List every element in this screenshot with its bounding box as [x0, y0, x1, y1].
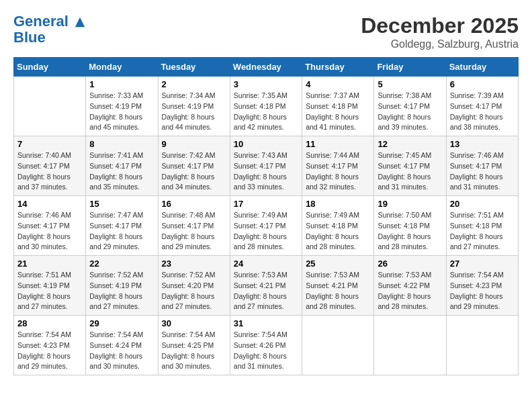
calendar-cell: 10Sunrise: 7:43 AM Sunset: 4:17 PM Dayli… [230, 136, 302, 196]
calendar-cell [446, 316, 518, 375]
day-number: 25 [306, 259, 370, 269]
day-number: 1 [89, 79, 154, 89]
calendar-cell: 19Sunrise: 7:50 AM Sunset: 4:18 PM Dayli… [374, 196, 446, 256]
day-info: Sunrise: 7:46 AM Sunset: 4:17 PM Dayligh… [17, 210, 82, 253]
day-info: Sunrise: 7:49 AM Sunset: 4:18 PM Dayligh… [306, 210, 370, 253]
calendar-cell: 2Sunrise: 7:34 AM Sunset: 4:19 PM Daylig… [158, 77, 230, 136]
calendar-cell: 28Sunrise: 7:54 AM Sunset: 4:23 PM Dayli… [14, 316, 86, 375]
calendar-cell: 14Sunrise: 7:46 AM Sunset: 4:17 PM Dayli… [14, 196, 86, 256]
day-number: 24 [234, 259, 298, 269]
calendar-cell: 20Sunrise: 7:51 AM Sunset: 4:18 PM Dayli… [446, 196, 518, 256]
calendar-cell: 5Sunrise: 7:38 AM Sunset: 4:17 PM Daylig… [374, 77, 446, 136]
day-info: Sunrise: 7:52 AM Sunset: 4:20 PM Dayligh… [162, 270, 226, 312]
day-info: Sunrise: 7:47 AM Sunset: 4:17 PM Dayligh… [89, 210, 154, 253]
calendar-week-row: 7Sunrise: 7:40 AM Sunset: 4:17 PM Daylig… [14, 136, 519, 196]
calendar-cell [14, 77, 86, 136]
day-info: Sunrise: 7:53 AM Sunset: 4:22 PM Dayligh… [378, 270, 442, 312]
day-info: Sunrise: 7:34 AM Sunset: 4:19 PM Dayligh… [162, 91, 226, 133]
day-number: 17 [234, 199, 298, 209]
calendar-cell: 16Sunrise: 7:48 AM Sunset: 4:17 PM Dayli… [158, 196, 230, 256]
day-number: 14 [17, 199, 82, 209]
day-info: Sunrise: 7:53 AM Sunset: 4:21 PM Dayligh… [234, 270, 298, 312]
day-info: Sunrise: 7:54 AM Sunset: 4:24 PM Dayligh… [89, 330, 154, 372]
day-number: 29 [89, 318, 154, 328]
calendar-week-row: 28Sunrise: 7:54 AM Sunset: 4:23 PM Dayli… [14, 316, 519, 375]
day-info: Sunrise: 7:43 AM Sunset: 4:17 PM Dayligh… [234, 150, 298, 193]
calendar-cell: 12Sunrise: 7:45 AM Sunset: 4:17 PM Dayli… [374, 136, 446, 196]
calendar-cell: 9Sunrise: 7:42 AM Sunset: 4:17 PM Daylig… [158, 136, 230, 196]
location-title: Goldegg, Salzburg, Austria [361, 38, 519, 50]
calendar-cell: 13Sunrise: 7:46 AM Sunset: 4:17 PM Dayli… [446, 136, 518, 196]
day-number: 3 [234, 79, 298, 89]
calendar-week-row: 21Sunrise: 7:51 AM Sunset: 4:19 PM Dayli… [14, 256, 519, 316]
calendar-cell: 23Sunrise: 7:52 AM Sunset: 4:20 PM Dayli… [158, 256, 230, 316]
calendar-cell: 21Sunrise: 7:51 AM Sunset: 4:19 PM Dayli… [14, 256, 86, 316]
day-number: 15 [89, 199, 154, 209]
day-info: Sunrise: 7:53 AM Sunset: 4:21 PM Dayligh… [306, 270, 370, 312]
weekday-header: Thursday [302, 58, 374, 77]
day-number: 30 [162, 318, 226, 328]
day-info: Sunrise: 7:52 AM Sunset: 4:19 PM Dayligh… [89, 270, 154, 312]
day-number: 23 [162, 259, 226, 269]
title-block: December 2025 Goldegg, Salzburg, Austria [361, 13, 519, 50]
day-number: 9 [162, 139, 226, 149]
month-title: December 2025 [361, 13, 519, 38]
day-info: Sunrise: 7:46 AM Sunset: 4:17 PM Dayligh… [450, 150, 515, 193]
day-info: Sunrise: 7:51 AM Sunset: 4:18 PM Dayligh… [450, 210, 515, 253]
day-number: 18 [306, 199, 370, 209]
day-number: 13 [450, 139, 515, 149]
weekday-header: Monday [86, 58, 158, 77]
day-info: Sunrise: 7:42 AM Sunset: 4:17 PM Dayligh… [162, 150, 226, 193]
calendar-cell: 27Sunrise: 7:54 AM Sunset: 4:23 PM Dayli… [446, 256, 518, 316]
day-number: 21 [17, 259, 82, 269]
day-info: Sunrise: 7:38 AM Sunset: 4:17 PM Dayligh… [378, 91, 442, 133]
calendar-cell: 1Sunrise: 7:33 AM Sunset: 4:19 PM Daylig… [86, 77, 158, 136]
logo-text: General [13, 13, 86, 30]
weekday-header: Sunday [14, 58, 86, 77]
day-number: 22 [89, 259, 154, 269]
calendar-week-row: 1Sunrise: 7:33 AM Sunset: 4:19 PM Daylig… [14, 77, 519, 136]
day-info: Sunrise: 7:54 AM Sunset: 4:23 PM Dayligh… [17, 330, 82, 372]
calendar-cell: 6Sunrise: 7:39 AM Sunset: 4:17 PM Daylig… [446, 77, 518, 136]
calendar-cell: 31Sunrise: 7:54 AM Sunset: 4:26 PM Dayli… [230, 316, 302, 375]
calendar-cell: 22Sunrise: 7:52 AM Sunset: 4:19 PM Dayli… [86, 256, 158, 316]
calendar-cell: 4Sunrise: 7:37 AM Sunset: 4:18 PM Daylig… [302, 77, 374, 136]
calendar-cell: 8Sunrise: 7:41 AM Sunset: 4:17 PM Daylig… [86, 136, 158, 196]
day-number: 7 [17, 139, 82, 149]
calendar-cell: 11Sunrise: 7:44 AM Sunset: 4:17 PM Dayli… [302, 136, 374, 196]
logo: General Blue [13, 13, 86, 46]
day-number: 28 [17, 318, 82, 328]
day-info: Sunrise: 7:54 AM Sunset: 4:26 PM Dayligh… [234, 330, 298, 372]
day-number: 11 [306, 139, 370, 149]
day-number: 8 [89, 139, 154, 149]
day-info: Sunrise: 7:40 AM Sunset: 4:17 PM Dayligh… [17, 150, 82, 193]
day-number: 4 [306, 79, 370, 89]
day-info: Sunrise: 7:35 AM Sunset: 4:18 PM Dayligh… [234, 91, 298, 133]
day-number: 27 [450, 259, 515, 269]
day-info: Sunrise: 7:41 AM Sunset: 4:17 PM Dayligh… [89, 150, 154, 193]
calendar-cell [374, 316, 446, 375]
calendar-cell: 18Sunrise: 7:49 AM Sunset: 4:18 PM Dayli… [302, 196, 374, 256]
day-number: 31 [234, 318, 298, 328]
day-number: 10 [234, 139, 298, 149]
weekday-header: Friday [374, 58, 446, 77]
day-info: Sunrise: 7:45 AM Sunset: 4:17 PM Dayligh… [378, 150, 442, 193]
day-number: 6 [450, 79, 515, 89]
calendar-cell: 7Sunrise: 7:40 AM Sunset: 4:17 PM Daylig… [14, 136, 86, 196]
calendar-cell: 26Sunrise: 7:53 AM Sunset: 4:22 PM Dayli… [374, 256, 446, 316]
calendar-header: SundayMondayTuesdayWednesdayThursdayFrid… [14, 58, 519, 77]
calendar-table: SundayMondayTuesdayWednesdayThursdayFrid… [13, 57, 519, 375]
calendar-cell: 15Sunrise: 7:47 AM Sunset: 4:17 PM Dayli… [86, 196, 158, 256]
day-number: 20 [450, 199, 515, 209]
day-info: Sunrise: 7:54 AM Sunset: 4:23 PM Dayligh… [450, 270, 515, 312]
calendar-cell [302, 316, 374, 375]
calendar-cell: 25Sunrise: 7:53 AM Sunset: 4:21 PM Dayli… [302, 256, 374, 316]
day-info: Sunrise: 7:48 AM Sunset: 4:17 PM Dayligh… [162, 210, 226, 253]
calendar-cell: 3Sunrise: 7:35 AM Sunset: 4:18 PM Daylig… [230, 77, 302, 136]
calendar-cell: 29Sunrise: 7:54 AM Sunset: 4:24 PM Dayli… [86, 316, 158, 375]
day-number: 19 [378, 199, 442, 209]
day-info: Sunrise: 7:50 AM Sunset: 4:18 PM Dayligh… [378, 210, 442, 253]
day-number: 26 [378, 259, 442, 269]
day-info: Sunrise: 7:39 AM Sunset: 4:17 PM Dayligh… [450, 91, 515, 133]
day-info: Sunrise: 7:51 AM Sunset: 4:19 PM Dayligh… [17, 270, 82, 312]
